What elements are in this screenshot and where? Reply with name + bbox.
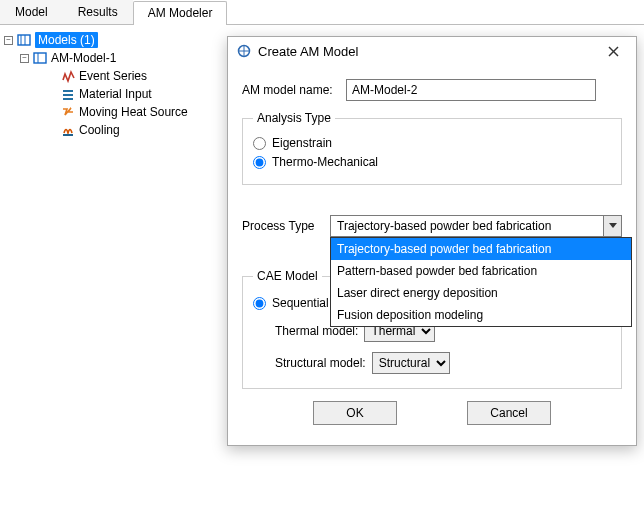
create-am-model-dialog: Create AM Model AM model name: Analysis … [227,36,637,446]
collapse-icon[interactable]: − [4,36,13,45]
sequential-label: Sequential [272,296,329,310]
chevron-down-icon[interactable] [603,216,621,236]
tree-node-cooling[interactable]: Cooling [79,122,120,138]
process-type-option[interactable]: Laser direct energy deposition [331,282,631,304]
eigenstrain-label: Eigenstrain [272,136,332,150]
event-series-icon [60,68,76,84]
dialog-title: Create AM Model [258,44,596,59]
thermo-mechanical-label: Thermo-Mechanical [272,155,378,169]
cooling-icon [60,122,76,138]
sequential-radio[interactable] [253,297,266,310]
models-icon [16,32,32,48]
eigenstrain-radio[interactable] [253,137,266,150]
tab-strip: Model Results AM Modeler [0,0,644,25]
process-type-combo[interactable]: Trajectory-based powder bed fabrication [330,215,622,237]
close-button[interactable] [596,41,630,61]
am-model-name-input[interactable] [346,79,596,101]
tab-am-modeler[interactable]: AM Modeler [133,1,228,25]
thermo-mechanical-radio[interactable] [253,156,266,169]
process-type-value: Trajectory-based powder bed fabrication [337,219,603,233]
structural-model-select[interactable]: Structural [372,352,450,374]
ok-button[interactable]: OK [313,401,397,425]
tab-model[interactable]: Model [0,0,63,24]
analysis-type-group: Analysis Type Eigenstrain Thermo-Mechani… [242,111,622,185]
cancel-button[interactable]: Cancel [467,401,551,425]
process-type-option[interactable]: Pattern-based powder bed fabrication [331,260,631,282]
cae-model-legend: CAE Model [253,269,322,283]
svg-rect-0 [18,35,30,45]
model-tree: − Models (1) − AM-Model-1 Event Series M… [0,25,225,145]
tree-node-event-series[interactable]: Event Series [79,68,147,84]
svg-marker-14 [609,223,617,228]
tree-node-moving-heat[interactable]: Moving Heat Source [79,104,188,120]
name-label: AM model name: [242,83,346,97]
moving-heat-icon [60,104,76,120]
process-type-option[interactable]: Fusion deposition modeling [331,304,631,326]
tree-node-am-model[interactable]: AM-Model-1 [51,50,116,66]
tree-root[interactable]: Models (1) [35,32,98,48]
process-type-dropdown: Trajectory-based powder bed fabrication … [330,237,632,327]
process-type-label: Process Type [242,219,330,233]
tree-node-material-input[interactable]: Material Input [79,86,152,102]
process-type-option[interactable]: Trajectory-based powder bed fabrication [331,238,631,260]
structural-model-label: Structural model: [275,356,366,370]
material-input-icon [60,86,76,102]
analysis-type-legend: Analysis Type [253,111,335,125]
app-icon [236,43,252,59]
collapse-icon[interactable]: − [20,54,29,63]
am-model-icon [32,50,48,66]
svg-rect-3 [34,53,46,63]
tab-results[interactable]: Results [63,0,133,24]
